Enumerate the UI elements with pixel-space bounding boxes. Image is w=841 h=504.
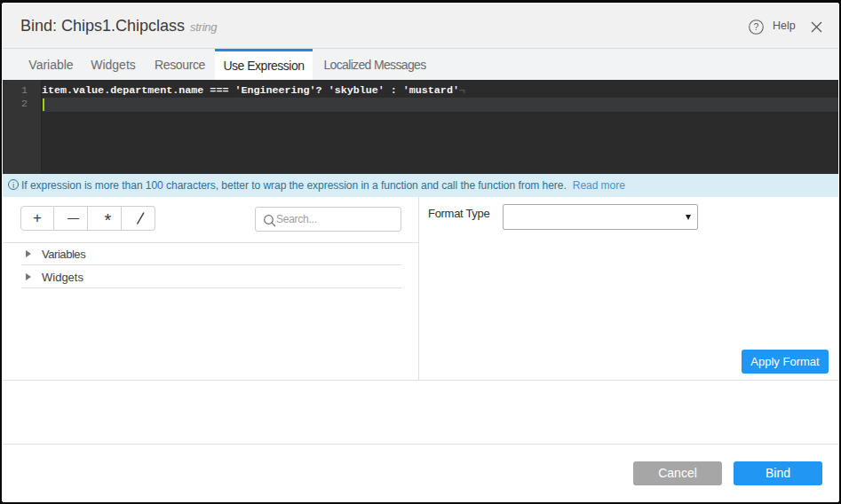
svg-text:?: ? bbox=[754, 21, 759, 32]
